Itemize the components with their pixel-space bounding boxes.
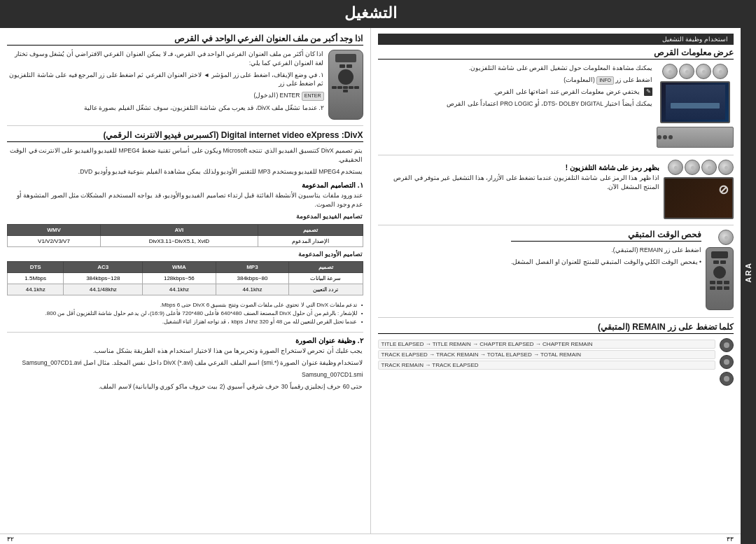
flow-lines-container: TITLE ELAPSED → TITLE REMAIN → CHAPTER E… bbox=[378, 338, 716, 371]
page-number-left: ٣٣ bbox=[727, 536, 734, 543]
flow-icon-3 bbox=[720, 372, 734, 386]
disc-icon-3 bbox=[679, 64, 694, 79]
video-formats-table: تصميم AVI WMV الإصدار المدعوم DivX3.11~D… bbox=[7, 224, 363, 247]
left-subheader-text: استخدام وظيفة التشغيل bbox=[662, 36, 728, 43]
table-header-avi: AVI bbox=[100, 224, 258, 235]
table-row: الإصدار المدعوم DivX3.11~DivX5.1, XviD V… bbox=[8, 235, 363, 246]
disc-icon-8 bbox=[668, 160, 683, 175]
disc-info-section: عرض معلومات القرص bbox=[378, 48, 734, 149]
table-header-design: تصميم bbox=[258, 224, 363, 235]
remain-title: كلما تضغط على زر REMAIN (المتبقي) bbox=[378, 322, 734, 334]
disc-info-text: يمكنك مشاهدة المعلومات حول تشغيل القرص ع… bbox=[378, 64, 653, 111]
divx-body1: يتم تصميم DivX كتنسيق الفيديو الذي تنتجه… bbox=[7, 146, 363, 165]
disc-icon-7 bbox=[685, 160, 700, 175]
note-icon: ✎ bbox=[644, 88, 652, 96]
disc-icon-4 bbox=[662, 64, 678, 79]
table-cell: 384kbps~128 bbox=[64, 273, 143, 284]
disc-icon-1 bbox=[713, 64, 728, 79]
disc-info-title: عرض معلومات القرص bbox=[378, 48, 734, 60]
bullets-section: تدعم ملفات DivX التي لا تحتوي على ملفات … bbox=[7, 301, 363, 326]
icon-screen-title: بظهر رمز على شاشة التلفزيون ! bbox=[378, 164, 660, 172]
bullet-item-1: تدعم ملفات DivX التي لا تحتوي على ملفات … bbox=[7, 301, 363, 309]
remote-image-large bbox=[328, 50, 363, 120]
table-cell: سرعة البيانات bbox=[289, 273, 363, 284]
page-number-right: ٣٢ bbox=[7, 536, 14, 543]
right-column: اذا وجد أكبر من ملف العنوان الفرعي الواح… bbox=[0, 28, 370, 533]
divx-section: Digital internet video eXpress :DivX (اك… bbox=[7, 130, 363, 176]
columns-container: استخدام وظيفة التشغيل عرض معلومات القرص bbox=[0, 27, 741, 533]
check-time-section: فحص الوقت المتبقي اضغط على زر REMAIN (ال… bbox=[378, 230, 734, 312]
divx-body2: يستخدم MPEG4 للفيديو ويستخدم MP3 للتقنير… bbox=[7, 167, 363, 176]
disc-info-note: يختفي عرض معلومات القرص عند اضاءتها على … bbox=[493, 88, 640, 97]
disc-icon-5 bbox=[718, 160, 734, 175]
player-device-image bbox=[657, 127, 734, 148]
check-time-body1: اضغط على زر REMAIN (المتبقي). bbox=[511, 246, 701, 255]
formats-body1: عند ورود ملفات يتاسبون الأنشطة الفائتة ق… bbox=[7, 191, 363, 209]
bullet-item-3: عندما تحتل القرص للتعيين لله من 48 أو kh… bbox=[7, 318, 363, 326]
remote-control-image bbox=[706, 247, 734, 310]
audio-formats-table: تصميم MP3 WMA AC3 DTS سرعة البيانات 384k… bbox=[7, 261, 363, 295]
page-container: ARA التشغيل استخدام وظيفة التشغيل عرض مع… bbox=[0, 0, 756, 544]
table-header-mp3: MP3 bbox=[216, 262, 289, 273]
disc-icon-6 bbox=[701, 160, 717, 175]
sidebar-label: ARA bbox=[744, 262, 752, 283]
flow-line-1: TITLE ELAPSED → TITLE REMAIN → CHAPTER E… bbox=[378, 340, 716, 349]
image-title-body4: حتى 60 حرف إنجليزي رقمياً 30 حرف شرقي آس… bbox=[7, 382, 363, 391]
check-time-body2: • يفحص الوقت الكلي والوقت المتبقي للمنتج… bbox=[511, 258, 701, 267]
flow-icon-1 bbox=[720, 338, 734, 352]
check-time-title: فحص الوقت المتبقي bbox=[511, 230, 701, 242]
table-header-ac3: AC3 bbox=[64, 262, 143, 273]
table-cell: DivX3.11~DivX5.1, XviD bbox=[100, 235, 258, 246]
image-title-body2: لاستخدام وظيفة عنوان الصورة (*.smi) اسم … bbox=[7, 358, 363, 368]
table-cell: 44.1khz bbox=[8, 284, 64, 295]
flow-line-3: TRACK REMAIN → TRACK ELAPSED bbox=[378, 361, 716, 370]
subtitle-step1: ١. في وضع الإيقاف، اضغط على زر المؤشر ◄ … bbox=[7, 71, 324, 89]
image-title-body1: يجب عليك أن تحرص لاستخراج الصورة وتحريره… bbox=[7, 347, 363, 356]
table-cell: 1.5Mbps bbox=[8, 273, 64, 284]
disc-icon-9 bbox=[718, 230, 734, 245]
enter-badge: ENTER bbox=[302, 92, 324, 101]
tv-screen-image-2: ⊘ bbox=[664, 177, 734, 219]
table-cell: 44.1/48khz bbox=[64, 284, 143, 295]
disc-icon-2 bbox=[696, 64, 711, 79]
image-title-heading: ٢. وظيفة عنوان الصورة bbox=[7, 337, 363, 344]
remain-section: كلما تضغط على زر REMAIN (المتبقي) bbox=[378, 322, 734, 386]
table-cell: 128kbps~56 bbox=[143, 273, 216, 284]
subtitle-title: اذا وجد أكبر من ملف العنوان الفرعي الواح… bbox=[7, 34, 363, 46]
image-title-section: ٢. وظيفة عنوان الصورة يجب عليك أن تحرص ل… bbox=[7, 337, 363, 391]
disc-info-badge-text: يمكنك أيضاً اختيار DTS- DOLBY DIGITAL، أ… bbox=[378, 99, 653, 109]
table-cell: 44.1khz bbox=[216, 284, 289, 295]
tv-screen-image bbox=[660, 81, 730, 123]
bullet-item-2: للإشعار : بالرغم من أن حلول DivX المصنعة… bbox=[7, 309, 363, 318]
flow-icon-2 bbox=[720, 355, 734, 369]
table-header-wma: WMA bbox=[143, 262, 216, 273]
table-header-dts: DTS bbox=[8, 262, 64, 273]
table-cell: 384kbps~80 bbox=[216, 273, 289, 284]
table-cell: V1/V2/V3/V7 bbox=[8, 235, 101, 246]
page-numbers: ٣٣ ٣٢ bbox=[0, 533, 741, 544]
flow-line-2: TRACK ELAPSED → TRACK REMAIN → TOTAL ELA… bbox=[378, 350, 716, 359]
page-header: التشغيل bbox=[0, 0, 741, 27]
left-subheader: استخدام وظيفة التشغيل bbox=[378, 34, 734, 45]
formats-section: ١. التصاميم المدعومة عند ورود ملفات يتاس… bbox=[7, 181, 363, 295]
sidebar-tab: ARA bbox=[741, 0, 756, 544]
icon-screen-section: ⊘ بظهر رمز على شاشة التلفزيون ! اذا ظهر … bbox=[378, 160, 734, 219]
table-header-design2: تصميم bbox=[289, 262, 363, 273]
subtitle-section: اذا وجد أكبر من ملف العنوان الفرعي الواح… bbox=[7, 34, 363, 120]
table-row: تردد التعيين 44.1khz 44.1khz 44.1/48khz … bbox=[8, 284, 363, 295]
table-header-wmv: WMV bbox=[8, 224, 101, 235]
image-title-body3: Samsung_007CD1.smi bbox=[7, 370, 363, 379]
table-cell: 44.1khz bbox=[143, 284, 216, 295]
page-title: التشغيل bbox=[344, 4, 397, 22]
disc-info-body1: يمكنك مشاهدة المعلومات حول تشغيل القرص ع… bbox=[378, 64, 653, 73]
left-column: استخدام وظيفة التشغيل عرض معلومات القرص bbox=[370, 28, 741, 533]
icon-screen-body: اذا ظهر هذا الرمز على شاشة التلفزيون عند… bbox=[378, 174, 660, 192]
subtitle-step1b: ENTER ENTER (الدخول) bbox=[7, 91, 324, 101]
divx-title: Digital internet video eXpress :DivX (اك… bbox=[7, 130, 363, 142]
main-content: التشغيل استخدام وظيفة التشغيل عرض معلوما… bbox=[0, 0, 741, 544]
icon-screen-text: بظهر رمز على شاشة التلفزيون ! اذا ظهر هذ… bbox=[378, 160, 660, 195]
video-table-title: تصاميم الفيديو المدعومة bbox=[7, 212, 363, 221]
formats-title: ١. التصاميم المدعومة bbox=[7, 181, 363, 189]
info-badge: INFO bbox=[596, 76, 614, 85]
check-time-text: فحص الوقت المتبقي اضغط على زر REMAIN (ال… bbox=[511, 230, 701, 270]
